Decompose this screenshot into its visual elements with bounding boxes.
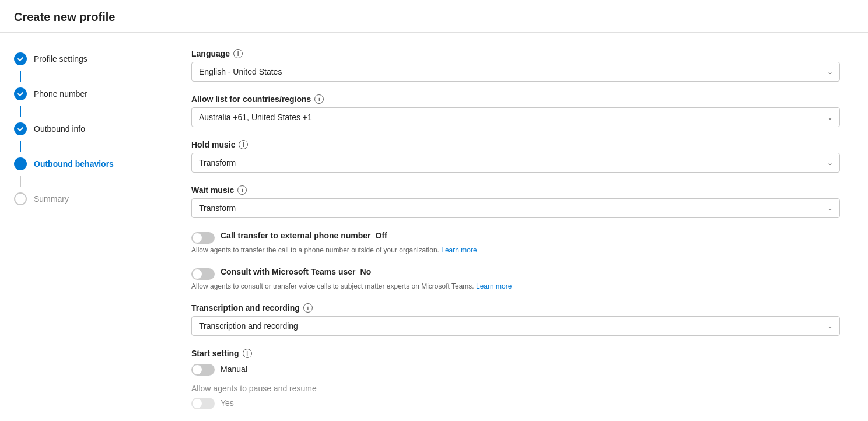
start-setting-group: Start setting i Manual Allow agents to p…: [191, 349, 840, 409]
main-content: Language i English - United States ⌄ All…: [163, 33, 868, 421]
call-transfer-toggle-row: Call transfer to external phone number O…: [191, 231, 840, 244]
allow-agents-toggle-status: Yes: [220, 398, 234, 408]
sidebar-label-profile-settings: Profile settings: [34, 54, 88, 64]
connector-4: [20, 176, 21, 187]
step-circle-summary: [14, 192, 27, 205]
consult-group: Consult with Microsoft Teams user No All…: [191, 267, 840, 290]
consult-label-group: Consult with Microsoft Teams user No: [220, 267, 371, 276]
call-transfer-label-group: Call transfer to external phone number O…: [220, 231, 387, 240]
step-circle-outbound-behaviors: [14, 157, 27, 170]
call-transfer-title: Call transfer to external phone number: [220, 231, 371, 240]
sidebar-item-phone-number[interactable]: Phone number: [0, 82, 163, 106]
sidebar-item-outbound-behaviors[interactable]: Outbound behaviors: [0, 152, 163, 176]
consult-title: Consult with Microsoft Teams user: [220, 267, 356, 276]
consult-toggle-row: Consult with Microsoft Teams user No: [191, 267, 840, 280]
wait-music-label: Wait music i: [191, 185, 840, 195]
consult-learn-more-link[interactable]: Learn more: [476, 282, 512, 290]
consult-toggle[interactable]: [191, 268, 215, 280]
sidebar-label-outbound-info: Outbound info: [34, 124, 85, 134]
wait-music-select[interactable]: Transform: [191, 198, 840, 218]
language-select[interactable]: English - United States: [191, 62, 840, 82]
transcription-info-icon[interactable]: i: [303, 303, 313, 313]
connector-3: [20, 141, 21, 152]
sidebar-label-phone-number: Phone number: [34, 89, 88, 99]
allow-list-select[interactable]: Australia +61, United States +1: [191, 107, 840, 127]
call-transfer-learn-more-link[interactable]: Learn more: [441, 246, 477, 254]
start-setting-toggle-row: Manual: [191, 363, 840, 376]
hold-music-info-icon[interactable]: i: [239, 140, 248, 149]
allow-list-info-icon[interactable]: i: [314, 94, 324, 104]
call-transfer-desc: Allow agents to transfer the call to a p…: [191, 246, 840, 254]
connector-2: [20, 106, 21, 117]
step-circle-phone: [14, 87, 27, 100]
allow-list-select-wrapper: Australia +61, United States +1 ⌄: [191, 107, 840, 127]
transcription-select-wrapper: Transcription and recording ⌄: [191, 316, 840, 336]
sidebar-item-summary[interactable]: Summary: [0, 187, 163, 211]
sidebar-item-profile-settings[interactable]: Profile settings: [0, 47, 163, 71]
wait-music-info-icon[interactable]: i: [237, 185, 247, 195]
hold-music-label: Hold music i: [191, 140, 840, 149]
hold-music-select[interactable]: Transform: [191, 153, 840, 173]
connector-1: [20, 71, 21, 82]
language-group: Language i English - United States ⌄: [191, 49, 840, 82]
call-transfer-group: Call transfer to external phone number O…: [191, 231, 840, 254]
allow-agents-row: Allow agents to pause and resume: [191, 384, 840, 393]
allow-agents-toggle-row: Yes: [191, 397, 840, 409]
consult-status: No: [360, 267, 372, 276]
sidebar: Profile settings Phone number Outbound i…: [0, 33, 163, 421]
start-setting-info-icon[interactable]: i: [243, 349, 252, 358]
consult-desc: Allow agents to consult or transfer voic…: [191, 282, 840, 290]
hold-music-select-wrapper: Transform ⌄: [191, 153, 840, 173]
step-circle-outbound-info: [14, 122, 27, 135]
wait-music-select-wrapper: Transform ⌄: [191, 198, 840, 218]
start-setting-toggle[interactable]: [191, 364, 215, 376]
start-setting-value: Manual: [220, 364, 247, 374]
allow-agents-toggle[interactable]: [191, 398, 215, 409]
transcription-group: Transcription and recording i Transcript…: [191, 303, 840, 336]
start-setting-label: Start setting i: [191, 349, 840, 358]
wait-music-group: Wait music i Transform ⌄: [191, 185, 840, 218]
allow-agents-label: Allow agents to pause and resume: [191, 384, 317, 393]
step-circle-profile: [14, 52, 27, 65]
call-transfer-toggle[interactable]: [191, 232, 215, 244]
hold-music-group: Hold music i Transform ⌄: [191, 140, 840, 173]
transcription-select[interactable]: Transcription and recording: [191, 316, 840, 336]
allow-list-group: Allow list for countries/regions i Austr…: [191, 94, 840, 127]
sidebar-label-summary: Summary: [34, 194, 69, 204]
call-transfer-status: Off: [376, 231, 387, 240]
allow-list-label: Allow list for countries/regions i: [191, 94, 840, 104]
page-title: Create new profile: [14, 10, 854, 24]
language-select-wrapper: English - United States ⌄: [191, 62, 840, 82]
sidebar-item-outbound-info[interactable]: Outbound info: [0, 117, 163, 141]
language-info-icon[interactable]: i: [233, 49, 243, 58]
language-label: Language i: [191, 49, 840, 58]
transcription-label: Transcription and recording i: [191, 303, 840, 313]
sidebar-label-outbound-behaviors: Outbound behaviors: [34, 159, 114, 169]
